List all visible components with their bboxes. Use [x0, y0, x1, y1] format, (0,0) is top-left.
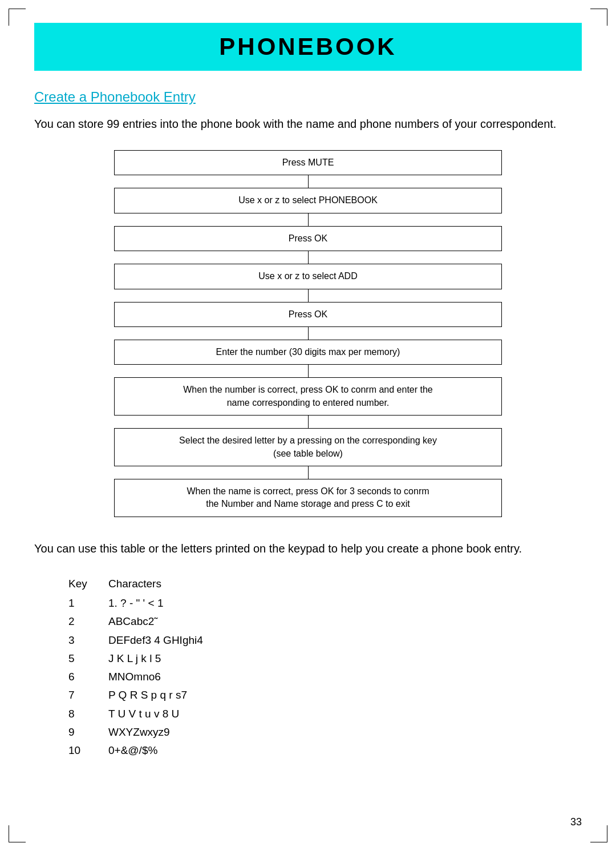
flow-step-4: Use x or z to select ADD [114, 264, 502, 289]
flow-connector-5 [308, 327, 309, 340]
flow-connector-3 [308, 251, 309, 264]
key-chars-7: P Q R S p q r s7 [108, 686, 187, 704]
key-num-2: 2 [68, 612, 108, 631]
key-num-9: 9 [68, 723, 108, 741]
flowchart: Press MUTE Use x or z to select PHONEBOO… [114, 150, 502, 517]
key-col-header: Key [68, 575, 108, 593]
flow-connector-8 [308, 466, 309, 479]
corner-mark-bottom-right [590, 825, 607, 842]
key-row-3: 3 DEFdef3 4 GHIghi4 [68, 631, 582, 650]
key-chars-3: DEFdef3 4 GHIghi4 [108, 631, 203, 650]
flow-step-6: Enter the number (30 digits max per memo… [114, 340, 502, 365]
key-num-5: 5 [68, 650, 108, 668]
key-chars-1: 1. ? - " ' < 1 [108, 594, 163, 612]
key-chars-6: MNOmno6 [108, 668, 161, 686]
flow-step-8: Select the desired letter by a pressing … [114, 428, 502, 466]
flow-step-2: Use x or z to select PHONEBOOK [114, 188, 502, 213]
key-row-6: 6 MNOmno6 [68, 668, 582, 686]
key-row-7: 7 P Q R S p q r s7 [68, 686, 582, 704]
key-num-10: 10 [68, 741, 108, 760]
key-chars-9: WXYZwxyz9 [108, 723, 170, 741]
key-row-8: 8 T U V t u v 8 U [68, 705, 582, 723]
key-table-header: Key Characters [68, 575, 582, 593]
key-num-6: 6 [68, 668, 108, 686]
flow-connector-7 [308, 416, 309, 428]
key-row-2: 2 ABCabc2˜ [68, 612, 582, 631]
key-row-10: 10 0+&@/$% [68, 741, 582, 760]
flow-connector-2 [308, 213, 309, 226]
page-number: 33 [570, 816, 582, 828]
key-table: Key Characters 1 1. ? - " ' < 1 2 ABCabc… [68, 575, 582, 760]
char-col-header: Characters [108, 575, 161, 593]
flow-step-5: Press OK [114, 302, 502, 327]
corner-mark-bottom-left [9, 825, 26, 842]
key-num-7: 7 [68, 686, 108, 704]
flow-connector-4 [308, 289, 309, 302]
flow-connector-6 [308, 365, 309, 377]
key-chars-8: T U V t u v 8 U [108, 705, 179, 723]
key-row-1: 1 1. ? - " ' < 1 [68, 594, 582, 612]
section-title: Create a Phonebook Entry [34, 89, 582, 105]
key-chars-10: 0+&@/$% [108, 741, 157, 760]
key-row-5: 5 J K L j k l 5 [68, 650, 582, 668]
key-chars-2: ABCabc2˜ [108, 612, 158, 631]
corner-mark-top-left [9, 9, 26, 26]
header-bar: PHONEBOOK [34, 23, 582, 71]
key-num-3: 3 [68, 631, 108, 650]
flow-connector-1 [308, 175, 309, 188]
key-row-9: 9 WXYZwxyz9 [68, 723, 582, 741]
intro-paragraph: You can store 99 entries into the phone … [34, 115, 582, 133]
flow-step-3: Press OK [114, 226, 502, 251]
key-num-8: 8 [68, 705, 108, 723]
flow-step-7: When the number is correct, press OK to … [114, 377, 502, 416]
flow-step-1: Press MUTE [114, 150, 502, 175]
flow-step-9: When the name is correct, press OK for 3… [114, 479, 502, 517]
second-paragraph: You can use this table or the letters pr… [34, 540, 582, 558]
key-chars-5: J K L j k l 5 [108, 650, 161, 668]
page-title: PHONEBOOK [46, 33, 570, 61]
key-num-1: 1 [68, 594, 108, 612]
corner-mark-top-right [590, 9, 607, 26]
